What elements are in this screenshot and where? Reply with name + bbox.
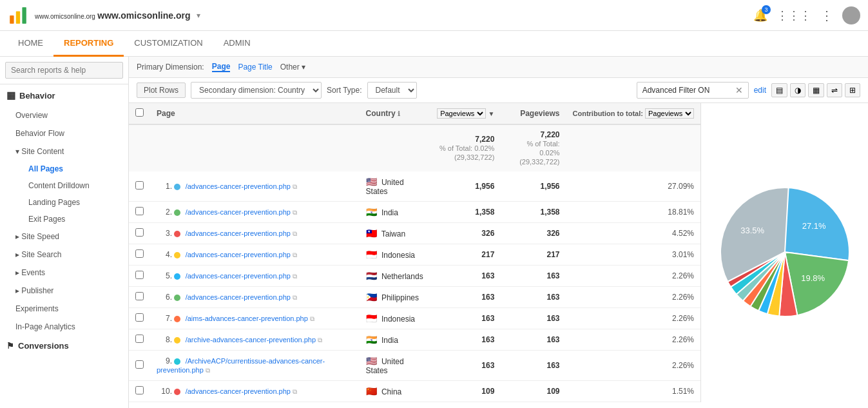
row-pageviews: 109 (501, 381, 566, 402)
dropdown-arrow-icon[interactable]: ▾ (197, 11, 200, 20)
clear-filter-button[interactable]: ✕ (735, 85, 743, 95)
tab-home[interactable]: HOME (8, 31, 53, 57)
country-name: China (381, 387, 401, 396)
row-checkbox[interactable] (129, 287, 150, 308)
row-pageviews: 163 (501, 287, 566, 308)
row-color-dot (174, 252, 180, 258)
row-checkbox[interactable] (129, 202, 150, 223)
behavior-grid-icon: ▦ (6, 90, 15, 101)
row-checkbox[interactable] (129, 244, 150, 266)
row-contribution: 1.51% (566, 381, 700, 402)
sidebar-item-in-page-analytics[interactable]: In-Page Analytics (0, 318, 128, 336)
view-icons-group: ▤ ◑ ▦ ⇌ ⊞ (771, 83, 860, 97)
sidebar-item-site-speed[interactable]: ▸ Site Speed (0, 228, 128, 246)
country-flag: 🇹🇼 (366, 228, 377, 238)
pageviews-metric-select[interactable]: Pageviews (437, 108, 486, 119)
pivot-view-button[interactable]: ⊞ (845, 83, 860, 97)
row-pageviews: 163 (501, 351, 566, 381)
sidebar-item-behavior-flow[interactable]: Behavior Flow (0, 124, 128, 142)
sidebar-header-behavior[interactable]: ▦ Behavior (0, 84, 128, 106)
sidebar-item-overview[interactable]: Overview (0, 106, 128, 124)
sidebar-item-site-content[interactable]: ▾ Site Content (0, 142, 128, 160)
advanced-filter-container: ✕ (637, 82, 749, 99)
sidebar: ▦ Behavior Overview Behavior Flow ▾ Site… (0, 57, 129, 408)
country-flag: 🇺🇸 (366, 177, 377, 187)
row-checkbox[interactable] (129, 351, 150, 381)
row-checkbox[interactable] (129, 223, 150, 244)
row-contribution: 18.81% (566, 202, 700, 223)
search-input[interactable] (5, 62, 123, 79)
sidebar-item-content-drilldown[interactable]: Content Drilldown (0, 177, 128, 194)
dim-page-title-link[interactable]: Page Title (238, 63, 272, 72)
page-link[interactable]: /advances-cancer-prevention.php (186, 251, 291, 258)
country-flag: 🇮🇳 (366, 335, 377, 345)
page-link[interactable]: /advances-cancer-prevention.php (186, 208, 291, 216)
row-pageviews-metric: 326 (430, 223, 501, 244)
sort-desc-arrow[interactable]: ▼ (488, 110, 494, 117)
sort-type-label: Sort Type: (327, 86, 362, 95)
row-contribution: 2.26% (566, 351, 700, 381)
country-name: Indonesia (381, 315, 415, 324)
page-link[interactable]: /ArchiveACP/currentissue-advances-cancer… (157, 357, 325, 374)
sidebar-item-landing-pages[interactable]: Landing Pages (0, 194, 128, 211)
page-link[interactable]: /advances-cancer-prevention.php (186, 182, 291, 190)
sidebar-item-all-pages[interactable]: All Pages (0, 160, 128, 177)
advanced-filter-input[interactable] (642, 86, 733, 95)
page-link[interactable]: /advances-cancer-prevention.php (186, 387, 291, 395)
pie-chart: 27.1%19.8%33.5% (720, 188, 849, 318)
row-pageviews-metric: 163 (430, 266, 501, 287)
dimension-bar: Primary Dimension: Page Page Title Other… (129, 57, 868, 78)
row-checkbox[interactable] (129, 329, 150, 351)
external-link-icon: ⧉ (318, 336, 322, 344)
table-row: 9. /ArchiveACP/currentissue-advances-can… (129, 351, 700, 381)
page-link[interactable]: /archive-advances-cancer-prevention.php (186, 336, 316, 344)
data-view-button[interactable]: ▤ (771, 83, 787, 97)
edit-filter-link[interactable]: edit (754, 86, 766, 95)
select-all-checkbox[interactable] (129, 103, 150, 124)
sidebar-item-publisher[interactable]: ▸ Publisher (0, 282, 128, 300)
tab-admin[interactable]: ADMIN (213, 31, 261, 57)
country-name: Taiwan (381, 229, 405, 238)
table-row: 2. /advances-cancer-prevention.php ⧉ 🇮🇳 … (129, 202, 700, 223)
country-flag: 🇺🇸 (366, 356, 377, 366)
table-row: 3. /advances-cancer-prevention.php ⧉ 🇹🇼 … (129, 223, 700, 244)
grid-menu-icon[interactable]: ⋮⋮⋮ (776, 8, 811, 23)
sidebar-item-experiments[interactable]: Experiments (0, 300, 128, 318)
row-checkbox[interactable] (129, 381, 150, 402)
external-link-icon: ⧉ (293, 273, 297, 280)
page-link[interactable]: /advances-cancer-prevention.php (186, 293, 291, 301)
row-pageviews-metric: 163 (430, 351, 501, 381)
notification-bell-button[interactable]: 🔔 3 (753, 8, 767, 23)
user-avatar[interactable] (842, 6, 860, 24)
row-page-cell: 9. /ArchiveACP/currentissue-advances-can… (150, 351, 360, 381)
plot-rows-button[interactable]: Plot Rows (137, 83, 186, 98)
dim-page-link[interactable]: Page (212, 62, 231, 72)
sidebar-search-container (0, 57, 128, 84)
sidebar-item-site-search[interactable]: ▸ Site Search (0, 246, 128, 264)
secondary-dimension-select[interactable]: Secondary dimension: Country (191, 82, 322, 99)
pie-view-button[interactable]: ◑ (790, 83, 805, 97)
pie-label: 27.1% (802, 220, 825, 230)
comparison-view-button[interactable]: ⇌ (827, 83, 842, 97)
sort-type-select[interactable]: Default (367, 82, 417, 99)
country-name: Philippines (381, 293, 419, 302)
page-link[interactable]: /aims-advances-cancer-prevention.php (186, 315, 308, 322)
more-options-icon[interactable]: ⋮ (820, 8, 833, 23)
primary-dimension-label: Primary Dimension: (137, 63, 204, 72)
sidebar-header-conversions[interactable]: ⚑ Conversions (0, 336, 128, 356)
sidebar-item-events[interactable]: ▸ Events (0, 264, 128, 282)
row-checkbox[interactable] (129, 171, 150, 202)
contribution-metric-select[interactable]: Pageviews (645, 108, 694, 119)
tab-customization[interactable]: CUSTOMIZATION (124, 31, 213, 57)
dim-other-link[interactable]: Other ▾ (280, 63, 305, 72)
sidebar-item-exit-pages[interactable]: Exit Pages (0, 211, 128, 228)
row-checkbox[interactable] (129, 308, 150, 329)
tab-reporting[interactable]: REPORTING (53, 31, 124, 57)
row-page-cell: 2. /advances-cancer-prevention.php ⧉ (150, 202, 360, 223)
external-link-icon: ⧉ (293, 251, 297, 258)
row-checkbox[interactable] (129, 266, 150, 287)
page-link[interactable]: /advances-cancer-prevention.php (186, 229, 291, 237)
page-link[interactable]: /advances-cancer-prevention.php (186, 272, 291, 280)
pie-label: 19.8% (801, 273, 825, 282)
bar-view-button[interactable]: ▦ (808, 83, 824, 97)
